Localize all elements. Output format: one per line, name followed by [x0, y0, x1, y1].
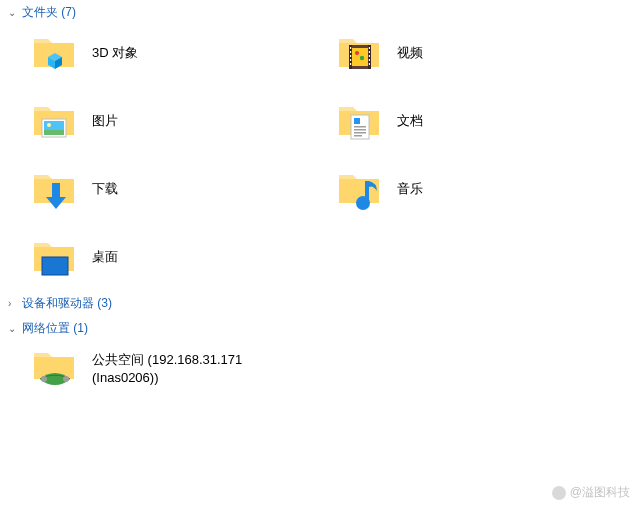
svg-rect-8	[350, 51, 351, 53]
folder-documents[interactable]: 文档	[335, 97, 640, 145]
chevron-right-icon: ›	[8, 298, 20, 309]
svg-rect-4	[352, 48, 368, 66]
folder-label: 桌面	[92, 248, 118, 266]
watermark-logo-icon	[552, 486, 566, 500]
svg-rect-28	[354, 135, 362, 137]
svg-rect-29	[52, 183, 60, 197]
section-header-folders[interactable]: ⌄ 文件夹 (7)	[0, 0, 640, 25]
svg-point-35	[41, 376, 47, 382]
svg-rect-9	[350, 55, 351, 57]
svg-rect-21	[44, 130, 64, 135]
network-item-label: 公共空间 (192.168.31.171 (Inas0206))	[92, 351, 242, 387]
network-location-item[interactable]: 公共空间 (192.168.31.171 (Inas0206))	[30, 345, 640, 393]
folder-downloads[interactable]: 下载	[30, 165, 335, 213]
section-header-devices[interactable]: › 设备和驱动器 (3)	[0, 291, 640, 316]
folder-downloads-icon	[30, 165, 78, 213]
folder-label: 音乐	[397, 180, 423, 198]
watermark-text: @溢图科技	[570, 484, 630, 501]
svg-rect-33	[42, 257, 68, 275]
svg-rect-16	[369, 63, 370, 65]
svg-rect-7	[350, 47, 351, 49]
folder-label: 3D 对象	[92, 44, 138, 62]
svg-rect-10	[350, 59, 351, 61]
folder-label: 图片	[92, 112, 118, 130]
network-folder-icon	[30, 345, 78, 393]
folders-body: 3D 对象	[0, 25, 640, 291]
svg-rect-14	[369, 55, 370, 57]
chevron-down-icon: ⌄	[8, 7, 20, 18]
folder-desktop-icon	[30, 233, 78, 281]
section-title: 设备和驱动器 (3)	[22, 295, 112, 312]
folder-video-icon	[335, 29, 383, 77]
svg-rect-24	[354, 118, 360, 124]
folder-pictures-icon	[30, 97, 78, 145]
svg-rect-20	[44, 121, 64, 130]
folder-music[interactable]: 音乐	[335, 165, 640, 213]
section-title: 网络位置 (1)	[22, 320, 88, 337]
chevron-down-icon: ⌄	[8, 323, 20, 334]
svg-rect-11	[350, 63, 351, 65]
folder-label: 下载	[92, 180, 118, 198]
svg-point-36	[63, 376, 69, 382]
svg-point-17	[355, 51, 359, 55]
folder-label: 视频	[397, 44, 423, 62]
folder-videos[interactable]: 视频	[335, 29, 640, 77]
svg-point-22	[47, 123, 51, 127]
section-title: 文件夹 (7)	[22, 4, 76, 21]
watermark: @溢图科技	[552, 484, 630, 501]
svg-rect-27	[354, 132, 366, 134]
svg-rect-26	[354, 129, 366, 131]
svg-point-18	[360, 56, 364, 60]
folder-desktop[interactable]: 桌面	[30, 233, 335, 281]
folder-3d-objects[interactable]: 3D 对象	[30, 29, 335, 77]
folder-label: 文档	[397, 112, 423, 130]
svg-rect-15	[369, 59, 370, 61]
network-body: 公共空间 (192.168.31.171 (Inas0206))	[0, 341, 640, 403]
section-header-network[interactable]: ⌄ 网络位置 (1)	[0, 316, 640, 341]
folder-pictures[interactable]: 图片	[30, 97, 335, 145]
svg-rect-13	[369, 51, 370, 53]
folder-music-icon	[335, 165, 383, 213]
folder-3d-icon	[30, 29, 78, 77]
svg-rect-12	[369, 47, 370, 49]
svg-point-32	[356, 196, 370, 210]
folder-documents-icon	[335, 97, 383, 145]
svg-rect-25	[354, 126, 366, 128]
